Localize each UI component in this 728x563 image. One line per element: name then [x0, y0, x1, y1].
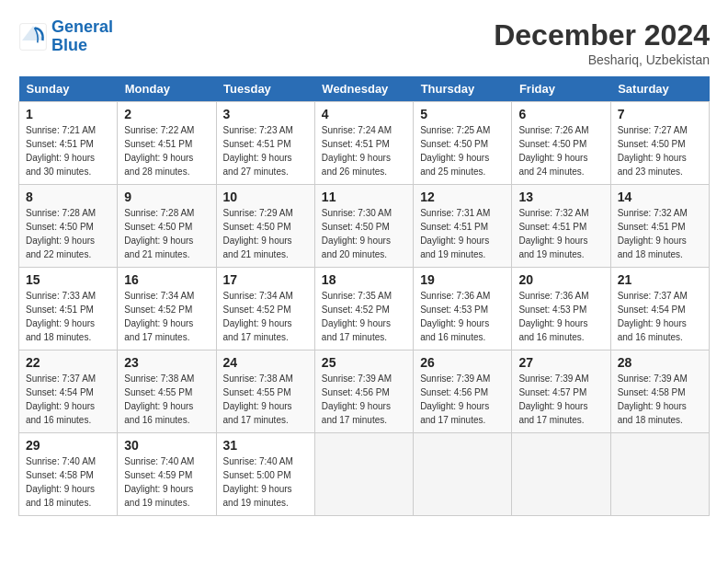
logo: General Blue: [18, 18, 113, 55]
calendar-cell: 15 Sunrise: 7:33 AM Sunset: 4:51 PM Dayl…: [19, 268, 118, 350]
day-info: Sunrise: 7:32 AM Sunset: 4:51 PM Dayligh…: [618, 206, 702, 261]
day-info: Sunrise: 7:25 AM Sunset: 4:50 PM Dayligh…: [420, 123, 505, 178]
day-number: 18: [322, 272, 406, 287]
calendar-cell: 3 Sunrise: 7:23 AM Sunset: 4:51 PM Dayli…: [216, 102, 314, 185]
calendar-cell: 9 Sunrise: 7:28 AM Sunset: 4:50 PM Dayli…: [118, 185, 216, 268]
day-number: 5: [420, 107, 505, 121]
day-info: Sunrise: 7:32 AM Sunset: 4:51 PM Dayligh…: [518, 206, 603, 261]
day-info: Sunrise: 7:27 AM Sunset: 4:50 PM Dayligh…: [618, 123, 702, 178]
calendar-cell: 5 Sunrise: 7:25 AM Sunset: 4:50 PM Dayli…: [414, 102, 512, 185]
day-info: Sunrise: 7:39 AM Sunset: 4:57 PM Dayligh…: [518, 372, 603, 427]
day-header-saturday: Saturday: [610, 76, 709, 102]
calendar-cell: 10 Sunrise: 7:29 AM Sunset: 4:50 PM Dayl…: [216, 185, 314, 268]
day-number: 9: [124, 190, 209, 204]
day-info: Sunrise: 7:39 AM Sunset: 4:56 PM Dayligh…: [420, 372, 505, 427]
day-number: 11: [322, 190, 406, 204]
calendar-cell: 7 Sunrise: 7:27 AM Sunset: 4:50 PM Dayli…: [610, 102, 709, 185]
day-number: 2: [124, 107, 209, 121]
calendar-cell: 13 Sunrise: 7:32 AM Sunset: 4:51 PM Dayl…: [512, 185, 610, 268]
calendar-cell: 12 Sunrise: 7:31 AM Sunset: 4:51 PM Dayl…: [414, 185, 512, 268]
day-number: 22: [26, 355, 110, 370]
day-number: 7: [618, 107, 702, 121]
calendar-cell: 2 Sunrise: 7:22 AM Sunset: 4:51 PM Dayli…: [118, 102, 216, 185]
day-number: 17: [223, 272, 308, 287]
calendar-cell: 17 Sunrise: 7:34 AM Sunset: 4:52 PM Dayl…: [216, 268, 314, 350]
day-info: Sunrise: 7:28 AM Sunset: 4:50 PM Dayligh…: [124, 206, 209, 261]
day-info: Sunrise: 7:34 AM Sunset: 4:52 PM Dayligh…: [223, 289, 308, 344]
calendar-cell: 22 Sunrise: 7:37 AM Sunset: 4:54 PM Dayl…: [19, 350, 118, 433]
day-number: 24: [223, 355, 308, 370]
calendar-cell: [414, 433, 512, 516]
day-info: Sunrise: 7:40 AM Sunset: 4:58 PM Dayligh…: [26, 454, 110, 510]
day-info: Sunrise: 7:22 AM Sunset: 4:51 PM Dayligh…: [124, 123, 209, 178]
calendar-cell: 21 Sunrise: 7:37 AM Sunset: 4:54 PM Dayl…: [610, 268, 709, 350]
day-number: 29: [26, 438, 110, 453]
calendar-cell: 29 Sunrise: 7:40 AM Sunset: 4:58 PM Dayl…: [19, 433, 118, 516]
day-info: Sunrise: 7:36 AM Sunset: 4:53 PM Dayligh…: [420, 289, 505, 344]
calendar-week-1: 1 Sunrise: 7:21 AM Sunset: 4:51 PM Dayli…: [19, 102, 710, 185]
day-info: Sunrise: 7:36 AM Sunset: 4:53 PM Dayligh…: [518, 289, 603, 344]
calendar-cell: [512, 433, 610, 516]
day-info: Sunrise: 7:39 AM Sunset: 4:58 PM Dayligh…: [618, 372, 702, 427]
logo-text: General Blue: [51, 18, 113, 55]
day-number: 20: [518, 272, 603, 287]
calendar-cell: 16 Sunrise: 7:34 AM Sunset: 4:52 PM Dayl…: [118, 268, 216, 350]
day-header-friday: Friday: [512, 76, 610, 102]
calendar-header-row: SundayMondayTuesdayWednesdayThursdayFrid…: [19, 76, 710, 102]
calendar-week-4: 22 Sunrise: 7:37 AM Sunset: 4:54 PM Dayl…: [19, 350, 710, 433]
calendar-cell: 27 Sunrise: 7:39 AM Sunset: 4:57 PM Dayl…: [512, 350, 610, 433]
day-number: 26: [420, 355, 505, 370]
calendar-cell: 8 Sunrise: 7:28 AM Sunset: 4:50 PM Dayli…: [19, 185, 118, 268]
day-number: 1: [26, 107, 110, 121]
day-number: 19: [420, 272, 505, 287]
day-info: Sunrise: 7:28 AM Sunset: 4:50 PM Dayligh…: [26, 206, 110, 261]
day-header-monday: Monday: [118, 76, 216, 102]
calendar-cell: [610, 433, 709, 516]
calendar-cell: 20 Sunrise: 7:36 AM Sunset: 4:53 PM Dayl…: [512, 268, 610, 350]
calendar-cell: 30 Sunrise: 7:40 AM Sunset: 4:59 PM Dayl…: [118, 433, 216, 516]
day-number: 4: [322, 107, 406, 121]
day-info: Sunrise: 7:40 AM Sunset: 5:00 PM Dayligh…: [223, 454, 308, 510]
day-header-wednesday: Wednesday: [314, 76, 413, 102]
day-number: 10: [223, 190, 308, 204]
day-info: Sunrise: 7:30 AM Sunset: 4:50 PM Dayligh…: [322, 206, 406, 261]
day-info: Sunrise: 7:39 AM Sunset: 4:56 PM Dayligh…: [322, 372, 406, 427]
calendar-cell: 19 Sunrise: 7:36 AM Sunset: 4:53 PM Dayl…: [414, 268, 512, 350]
day-number: 3: [223, 107, 308, 121]
calendar-cell: 26 Sunrise: 7:39 AM Sunset: 4:56 PM Dayl…: [414, 350, 512, 433]
calendar-cell: 23 Sunrise: 7:38 AM Sunset: 4:55 PM Dayl…: [118, 350, 216, 433]
day-header-thursday: Thursday: [414, 76, 512, 102]
day-number: 27: [518, 355, 603, 370]
day-number: 16: [124, 272, 209, 287]
calendar-cell: 24 Sunrise: 7:38 AM Sunset: 4:55 PM Dayl…: [216, 350, 314, 433]
day-number: 28: [618, 355, 702, 370]
day-header-tuesday: Tuesday: [216, 76, 314, 102]
calendar-week-2: 8 Sunrise: 7:28 AM Sunset: 4:50 PM Dayli…: [19, 185, 710, 268]
day-number: 21: [618, 272, 702, 287]
calendar-cell: 1 Sunrise: 7:21 AM Sunset: 4:51 PM Dayli…: [19, 102, 118, 185]
day-number: 23: [124, 355, 209, 370]
calendar-table: SundayMondayTuesdayWednesdayThursdayFrid…: [18, 76, 710, 516]
calendar-cell: 4 Sunrise: 7:24 AM Sunset: 4:51 PM Dayli…: [314, 102, 413, 185]
day-number: 15: [26, 272, 110, 287]
calendar-cell: 14 Sunrise: 7:32 AM Sunset: 4:51 PM Dayl…: [610, 185, 709, 268]
calendar-week-3: 15 Sunrise: 7:33 AM Sunset: 4:51 PM Dayl…: [19, 268, 710, 350]
day-info: Sunrise: 7:38 AM Sunset: 4:55 PM Dayligh…: [223, 372, 308, 427]
day-info: Sunrise: 7:23 AM Sunset: 4:51 PM Dayligh…: [223, 123, 308, 178]
day-number: 31: [223, 438, 308, 453]
day-number: 13: [518, 190, 603, 204]
day-number: 30: [124, 438, 209, 453]
day-info: Sunrise: 7:34 AM Sunset: 4:52 PM Dayligh…: [124, 289, 209, 344]
day-number: 12: [420, 190, 505, 204]
day-info: Sunrise: 7:29 AM Sunset: 4:50 PM Dayligh…: [223, 206, 308, 261]
day-info: Sunrise: 7:24 AM Sunset: 4:51 PM Dayligh…: [322, 123, 406, 178]
calendar-cell: 11 Sunrise: 7:30 AM Sunset: 4:50 PM Dayl…: [314, 185, 413, 268]
day-info: Sunrise: 7:40 AM Sunset: 4:59 PM Dayligh…: [124, 454, 209, 510]
day-info: Sunrise: 7:35 AM Sunset: 4:52 PM Dayligh…: [322, 289, 406, 344]
day-info: Sunrise: 7:31 AM Sunset: 4:51 PM Dayligh…: [420, 206, 505, 261]
day-info: Sunrise: 7:21 AM Sunset: 4:51 PM Dayligh…: [26, 123, 110, 178]
day-number: 14: [618, 190, 702, 204]
calendar-cell: [314, 433, 413, 516]
calendar-cell: 18 Sunrise: 7:35 AM Sunset: 4:52 PM Dayl…: [314, 268, 413, 350]
day-number: 8: [26, 190, 110, 204]
